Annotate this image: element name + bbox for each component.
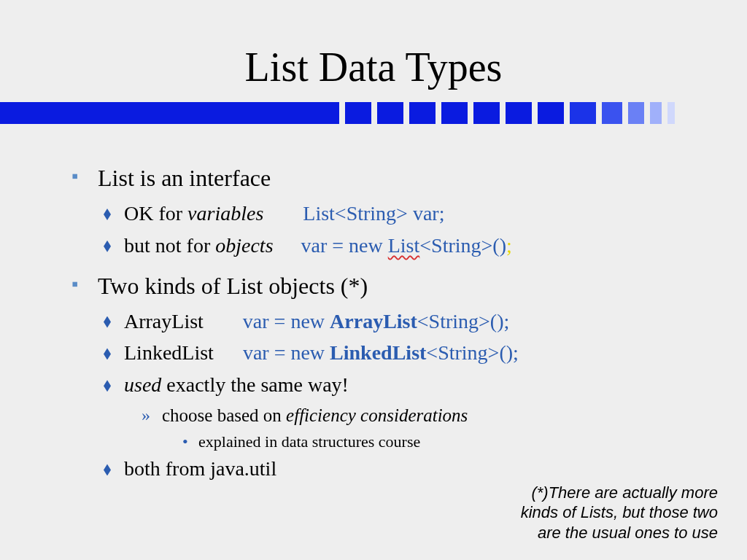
text-italic: used xyxy=(124,373,161,396)
band-square xyxy=(345,102,371,124)
text: but not for xyxy=(124,234,215,257)
bullet-l1: List is an interface xyxy=(71,163,718,192)
code-part: var = new xyxy=(243,341,330,364)
text: choose based on xyxy=(162,405,286,425)
band-square xyxy=(473,102,500,124)
spacer xyxy=(71,264,718,271)
code-part: ; xyxy=(506,234,512,257)
bullet-l4: explained in data structures course xyxy=(182,431,718,453)
text: LinkedList xyxy=(124,341,214,364)
code-part: <String>(); xyxy=(426,341,518,364)
bullet-l2: but not for objectsvar = new List<String… xyxy=(98,232,718,260)
bullet-l2: both from java.util xyxy=(98,455,718,483)
bullet-l2: ArrayListvar = new ArrayList<String>(); xyxy=(98,308,718,335)
bullet-l1: Two kinds of List objects (*) xyxy=(71,271,718,300)
text-italic: variables xyxy=(187,202,263,225)
text-italic: objects xyxy=(215,234,273,257)
code: var = new LinkedList<String>(); xyxy=(243,341,519,364)
text-italic: efficiency considerations xyxy=(286,405,468,425)
band-square xyxy=(538,102,564,124)
code-bold: ArrayList xyxy=(330,310,417,332)
footnote: (*)There are actually more kinds of List… xyxy=(499,483,718,543)
code-error: List xyxy=(388,234,420,257)
code-part: var = new xyxy=(243,310,330,332)
text: ArrayList xyxy=(124,310,204,332)
code-part: var = new xyxy=(301,234,388,257)
slide: List Data Types List is an interface OK … xyxy=(0,0,747,560)
bullet-l2: OK for variablesList<String> var; xyxy=(98,200,718,228)
code-part: <String>() xyxy=(419,234,506,257)
slide-title: List Data Types xyxy=(0,44,747,90)
decorative-band xyxy=(0,102,747,124)
band-square xyxy=(570,102,596,124)
code-part: <String>(); xyxy=(417,310,509,332)
code: var = new List<String>() xyxy=(301,234,506,257)
code-bold: LinkedList xyxy=(330,341,426,364)
code: List<String> var; xyxy=(303,202,444,225)
band-square xyxy=(667,102,675,124)
band-square xyxy=(441,102,468,124)
bullet-l2: used exactly the same way! xyxy=(98,371,718,399)
content: List is an interface OK for variablesLis… xyxy=(71,163,718,487)
text: exactly the same way! xyxy=(161,373,349,396)
text: OK for xyxy=(124,202,187,225)
bullet-l3: choose based on efficiency consideration… xyxy=(142,403,718,428)
code: var = new ArrayList<String>(); xyxy=(243,310,509,332)
band-square xyxy=(602,102,622,124)
band-square xyxy=(506,102,532,124)
band-square xyxy=(628,102,644,124)
band-solid xyxy=(0,102,339,124)
band-square xyxy=(409,102,436,124)
band-square xyxy=(650,102,662,124)
band-square xyxy=(377,102,403,124)
bullet-l2: LinkedListvar = new LinkedList<String>()… xyxy=(98,339,718,367)
